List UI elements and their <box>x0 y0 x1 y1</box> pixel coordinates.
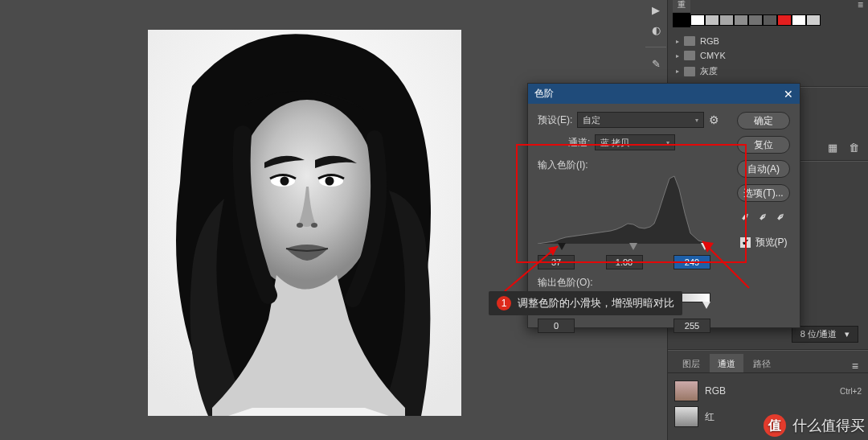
channel-select[interactable]: 蓝 拷贝▾ <box>595 134 675 150</box>
play-icon[interactable]: ▶ <box>651 5 661 15</box>
svg-point-4 <box>280 177 289 186</box>
tab-channels[interactable]: 通道 <box>710 354 743 372</box>
channel-thumb <box>674 380 698 401</box>
svg-point-7 <box>311 223 317 228</box>
input-white-value[interactable]: 249 <box>674 255 710 269</box>
bitdepth-value: 8 位/通道 <box>800 328 837 340</box>
eyedropper-black-icon[interactable]: ✒ <box>738 208 754 224</box>
output-levels-label: 输出色阶(O): <box>538 276 710 290</box>
eyedropper-white-icon[interactable]: ✒ <box>773 208 789 224</box>
new-swatch-icon[interactable]: ▦ <box>826 141 839 154</box>
swatch[interactable] <box>673 13 690 27</box>
channel-name: RGB <box>705 385 726 397</box>
chevron-right-icon: ▸ <box>676 52 679 60</box>
folder-cmyk[interactable]: ▸CMYK <box>671 48 865 63</box>
swatch[interactable] <box>806 14 821 26</box>
swatch[interactable] <box>763 14 777 26</box>
folder-rgb[interactable]: ▸RGB <box>671 34 865 48</box>
dialog-title: 色阶 <box>534 87 554 101</box>
eyedropper-group: ✒ ✒ ✒ <box>741 210 786 223</box>
swatch[interactable] <box>734 14 748 26</box>
swatch[interactable] <box>705 14 719 26</box>
bitdepth-select[interactable]: 8 位/通道 ▾ <box>792 326 858 343</box>
folder-label: RGB <box>700 36 719 46</box>
channel-thumb <box>674 406 698 427</box>
channel-label: 通道: <box>568 136 590 150</box>
swatch[interactable] <box>690 14 705 26</box>
slider-highlight[interactable] <box>701 243 709 250</box>
preset-label: 预设(E): <box>538 113 572 127</box>
swatch[interactable] <box>777 14 792 26</box>
folder-gray[interactable]: ▸灰度 <box>671 63 865 80</box>
watermark-logo: 值 <box>764 414 786 437</box>
portrait-image <box>148 30 461 416</box>
preset-select[interactable]: 自定▾ <box>577 112 704 128</box>
chevron-down-icon: ▾ <box>695 117 698 124</box>
channel-value: 蓝 拷贝 <box>600 137 629 149</box>
options-button[interactable]: 选项(T)... <box>737 184 790 202</box>
swatch[interactable] <box>792 14 806 26</box>
svg-point-5 <box>326 177 334 186</box>
folder-label: 灰度 <box>700 65 718 77</box>
brush-icon[interactable]: ✎ <box>651 59 661 69</box>
annotation-text: 调整色阶的小滑块，增强明暗对比 <box>518 296 674 310</box>
eyedropper-gray-icon[interactable]: ✒ <box>755 208 772 224</box>
history-icon[interactable]: ◐ <box>651 25 661 35</box>
input-sliders[interactable] <box>538 244 710 252</box>
folder-icon <box>684 51 695 60</box>
swatches-tab[interactable]: 重 <box>673 0 690 12</box>
output-white-value[interactable]: 255 <box>674 319 710 333</box>
watermark: 值 什么值得买 <box>764 414 865 437</box>
channel-shortcut: Ctrl+2 <box>840 387 862 396</box>
slider-output-white[interactable] <box>702 302 710 309</box>
preset-value: 自定 <box>583 114 600 126</box>
output-black-value[interactable]: 0 <box>538 319 575 333</box>
panel-tabs: 图层 通道 路径 ≡ <box>668 354 868 373</box>
input-levels-label: 输入色阶(I): <box>538 158 710 172</box>
folder-icon <box>684 36 695 46</box>
svg-point-6 <box>297 223 303 228</box>
channel-row[interactable]: RGB Ctrl+2 <box>673 378 863 404</box>
chevron-right-icon: ▸ <box>676 68 679 75</box>
reset-button[interactable]: 复位 <box>737 136 790 154</box>
trash-icon[interactable]: 🗑 <box>847 141 860 154</box>
input-gamma-value[interactable]: 1.00 <box>606 255 643 269</box>
preview-label: 预览(P) <box>755 236 788 249</box>
gear-icon[interactable]: ⚙ <box>709 113 719 126</box>
tab-layers[interactable]: 图层 <box>674 354 708 372</box>
histogram <box>538 175 710 244</box>
annotation-number: 1 <box>497 296 511 310</box>
auto-button[interactable]: 自动(A) <box>737 160 790 178</box>
panel-menu-icon[interactable]: ≡ <box>849 360 862 372</box>
watermark-text: 什么值得买 <box>792 416 865 435</box>
swatch[interactable] <box>748 14 763 26</box>
swatches-row <box>668 10 868 32</box>
swatch-folders: ▸RGB ▸CMYK ▸灰度 <box>668 32 868 86</box>
folder-label: CMYK <box>700 51 726 60</box>
folder-icon <box>684 67 695 76</box>
ok-button[interactable]: 确定 <box>737 112 790 130</box>
slider-shadow[interactable] <box>558 243 566 250</box>
document-canvas[interactable] <box>148 30 461 416</box>
chevron-down-icon: ▾ <box>845 329 850 339</box>
preview-checkbox[interactable]: ✔ 预览(P) <box>740 236 788 249</box>
close-icon[interactable]: ✕ <box>784 88 793 101</box>
input-black-value[interactable]: 37 <box>538 255 575 269</box>
swatch[interactable] <box>719 14 734 26</box>
annotation-callout: 1 调整色阶的小滑块，增强明暗对比 <box>489 291 682 315</box>
channel-name: 红 <box>705 410 714 424</box>
chevron-down-icon: ▾ <box>666 139 669 146</box>
panel-menu-icon[interactable]: ≡ <box>858 0 863 10</box>
docked-toolbar: ▶ ◐ ✎ <box>645 0 666 97</box>
checkbox-checked-icon: ✔ <box>740 237 751 248</box>
tab-paths[interactable]: 路径 <box>745 354 779 372</box>
dialog-titlebar[interactable]: 色阶 ✕ <box>528 84 800 104</box>
slider-midtone[interactable] <box>629 243 637 250</box>
dialog-buttons: 确定 复位 自动(A) 选项(T)... ✒ ✒ ✒ ✔ 预览(P) <box>737 112 790 249</box>
chevron-right-icon: ▸ <box>676 38 679 45</box>
